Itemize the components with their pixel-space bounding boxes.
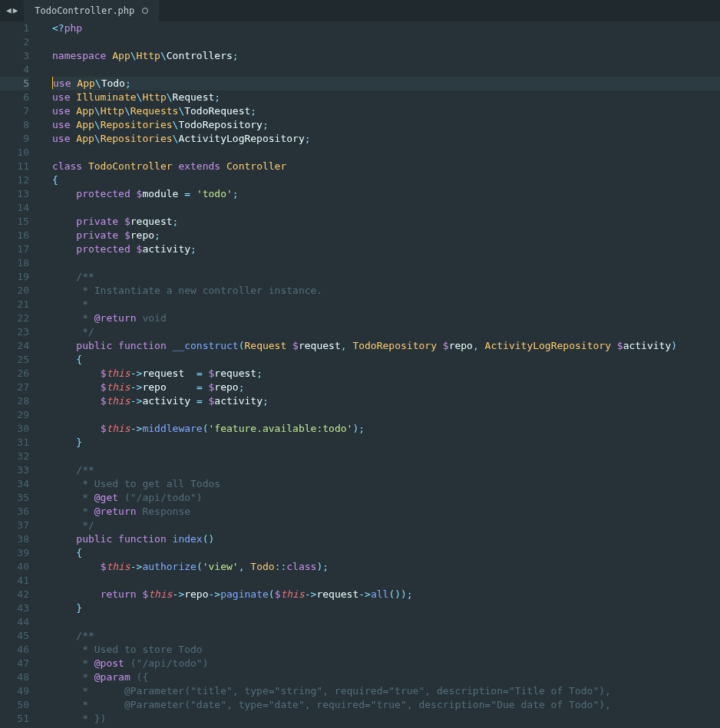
code-line[interactable]: * @Parameter("title", type="string", req… [52,684,720,698]
code-line[interactable]: * [52,298,720,311]
code-line[interactable]: $this->request = $request; [52,367,720,380]
line-number: 2 [0,35,29,49]
line-number: 34 [0,477,29,491]
code-line[interactable]: $this->activity = $activity; [52,394,720,408]
code-line[interactable]: protected $activity; [52,242,720,256]
line-number: 51 [0,712,29,726]
line-number: 28 [0,394,29,408]
line-number: 13 [0,187,29,201]
line-number: 50 [0,698,29,712]
code-line[interactable]: return $this->repo->paginate($this->requ… [52,588,720,601]
code-line[interactable]: { [52,173,720,187]
line-number: 20 [0,284,29,298]
nav-back-icon[interactable]: ◀ [6,4,12,18]
code-area[interactable]: <?phpnamespace App\Http\Controllers;use … [38,21,720,728]
file-tab-label: TodoController.php [35,4,134,18]
code-line[interactable] [52,615,720,629]
tab-bar: ◀ ▶ TodoController.php [0,0,720,21]
line-number: 1 [0,21,29,35]
line-number: 19 [0,270,29,284]
code-line[interactable]: * @return void [52,311,720,325]
line-number: 15 [0,215,29,229]
code-line[interactable]: protected $module = 'todo'; [52,187,720,201]
line-number: 37 [0,519,29,532]
code-line[interactable]: */ [52,325,720,339]
line-number: 7 [0,104,29,118]
nav-forward-icon[interactable]: ▶ [13,4,18,18]
line-number: 36 [0,505,29,519]
line-number: 38 [0,532,29,546]
line-number: 35 [0,491,29,505]
code-line[interactable] [52,574,720,588]
code-line[interactable]: public function __construct(Request $req… [52,339,720,353]
code-editor[interactable]: 1234567891011121314151617181920212223242… [0,21,720,728]
line-number: 29 [0,408,29,422]
code-line[interactable]: /** [52,629,720,643]
line-number: 4 [0,63,29,77]
line-number: 44 [0,615,29,629]
code-line[interactable] [52,408,720,422]
code-line[interactable]: * }) [52,712,720,726]
line-number: 24 [0,339,29,353]
code-line[interactable]: $this->authorize('view', Todo::class); [52,560,720,574]
line-number: 17 [0,242,29,256]
code-line[interactable] [52,63,720,77]
line-number: 6 [0,91,29,104]
code-line[interactable]: } [52,436,720,450]
line-number: 25 [0,353,29,367]
code-line[interactable]: use App\Http\Requests\TodoRequest; [52,104,720,118]
code-line[interactable]: use App\Repositories\TodoRepository; [52,118,720,132]
code-line[interactable]: private $repo; [52,229,720,242]
code-line[interactable]: * @Parameter("date", type="date", requir… [52,698,720,712]
code-line[interactable] [52,450,720,463]
nav-arrows: ◀ ▶ [0,4,24,18]
code-line[interactable] [52,35,720,49]
line-number: 43 [0,601,29,615]
code-line[interactable]: * @param ({ [52,670,720,684]
code-line[interactable]: class TodoController extends Controller [52,160,720,173]
dirty-indicator-icon [142,8,148,14]
line-number: 12 [0,173,29,187]
code-line[interactable]: /** [52,270,720,284]
code-line[interactable]: * @post ("/api/todo") [52,657,720,670]
line-number: 14 [0,201,29,215]
code-line[interactable]: private $request; [52,215,720,229]
line-number: 42 [0,588,29,601]
code-line[interactable]: public function index() [52,532,720,546]
code-line[interactable] [52,201,720,215]
code-line[interactable]: } [52,601,720,615]
code-line[interactable]: use App\Repositories\ActivityLogReposito… [52,132,720,146]
code-line[interactable]: * Used to get all Todos [52,477,720,491]
code-line[interactable]: $this->repo = $repo; [52,380,720,394]
code-line[interactable]: { [52,546,720,560]
code-line[interactable]: /** [52,463,720,477]
line-number: 9 [0,132,29,146]
code-line[interactable] [52,146,720,160]
line-number: 21 [0,298,29,311]
line-number: 11 [0,160,29,173]
code-line[interactable]: <?php [52,21,720,35]
code-line[interactable] [52,256,720,270]
line-number: 16 [0,229,29,242]
code-line[interactable]: $this->middleware('feature.available:tod… [52,422,720,436]
code-line[interactable]: * Instantiate a new controller instance. [52,284,720,298]
code-line[interactable]: namespace App\Http\Controllers; [52,49,720,63]
code-line[interactable]: * @return Response [52,505,720,519]
file-tab[interactable]: TodoController.php [24,0,159,21]
line-number-gutter: 1234567891011121314151617181920212223242… [0,21,38,728]
line-number: 26 [0,367,29,380]
code-line[interactable]: */ [52,519,720,532]
line-number: 8 [0,118,29,132]
code-line[interactable]: { [52,353,720,367]
code-line[interactable]: * Used to store Todo [52,643,720,657]
code-line[interactable]: * @get ("/api/todo") [52,491,720,505]
line-number: 22 [0,311,29,325]
line-number: 18 [0,256,29,270]
line-number: 32 [0,450,29,463]
line-number: 31 [0,436,29,450]
line-number: 27 [0,380,29,394]
code-line[interactable]: use App\Todo; [52,77,720,91]
code-line[interactable]: use Illuminate\Http\Request; [52,91,720,104]
line-number: 40 [0,560,29,574]
line-number: 48 [0,670,29,684]
